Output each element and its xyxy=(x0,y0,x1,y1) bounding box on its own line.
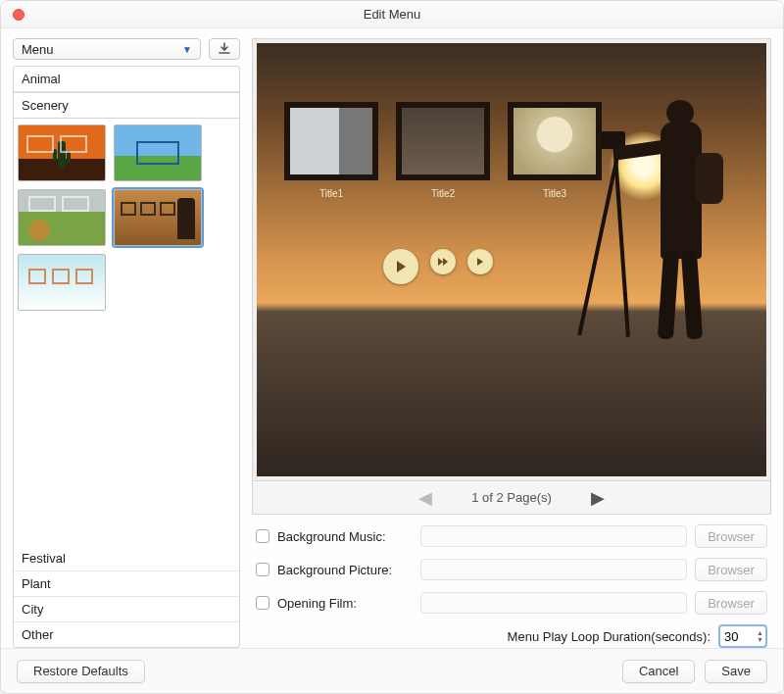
next-button[interactable] xyxy=(467,249,493,274)
main-panel: Title1 Title2 Title3 xyxy=(252,38,771,648)
bg-picture-label: Background Picture: xyxy=(277,563,413,577)
title-slot-1[interactable] xyxy=(284,102,378,180)
template-thumb[interactable] xyxy=(18,124,106,181)
fast-forward-button[interactable] xyxy=(430,249,456,274)
loop-duration-stepper[interactable]: ▲▼ xyxy=(718,624,767,648)
next-icon xyxy=(475,257,485,267)
window-title: Edit Menu xyxy=(1,7,783,22)
category-item-animal[interactable]: Animal xyxy=(14,67,239,92)
dialog-footer: Restore Defaults Cancel Save xyxy=(1,648,783,693)
download-icon xyxy=(218,42,231,56)
chevron-down-icon: ▼ xyxy=(182,44,192,55)
loop-duration-input[interactable] xyxy=(720,628,750,645)
stepper-buttons[interactable]: ▲▼ xyxy=(757,629,765,643)
combo-value: Menu xyxy=(22,42,54,57)
titlebar: Edit Menu xyxy=(1,1,783,28)
option-row-bg-picture: Background Picture: Browser xyxy=(256,558,767,581)
category-list: Animal Scenery xyxy=(13,66,240,648)
cancel-button[interactable]: Cancel xyxy=(622,660,695,683)
bg-music-input[interactable] xyxy=(420,525,687,547)
preview-container: Title1 Title2 Title3 xyxy=(252,38,771,481)
template-category-select[interactable]: Menu ▼ xyxy=(13,38,201,60)
next-page-button[interactable]: ▶ xyxy=(591,487,605,509)
prev-page-button[interactable]: ◀ xyxy=(418,487,432,509)
template-thumb[interactable] xyxy=(18,189,106,246)
category-item-city[interactable]: City xyxy=(14,597,239,622)
loop-duration-label: Menu Play Loop Duration(seconds): xyxy=(508,629,710,644)
title-slot-3[interactable] xyxy=(508,102,602,180)
save-button[interactable]: Save xyxy=(705,660,767,683)
loop-duration-row: Menu Play Loop Duration(seconds): ▲▼ xyxy=(256,624,767,648)
bg-picture-browse-button[interactable]: Browser xyxy=(695,558,767,581)
preview-playback-controls xyxy=(257,249,619,284)
template-thumb[interactable] xyxy=(114,124,202,181)
bg-music-checkbox[interactable] xyxy=(256,529,270,543)
category-item-other[interactable]: Other xyxy=(14,622,239,647)
template-thumbnails xyxy=(14,119,239,546)
sidebar: Menu ▼ Animal Scenery xyxy=(13,38,240,648)
play-button[interactable] xyxy=(383,249,418,284)
bg-music-label: Background Music: xyxy=(277,529,413,544)
category-item-scenery[interactable]: Scenery xyxy=(14,92,239,119)
title-label-3: Title3 xyxy=(508,188,602,199)
opening-film-checkbox[interactable] xyxy=(256,596,270,610)
bg-picture-input[interactable] xyxy=(420,559,687,580)
title-label-2: Title2 xyxy=(396,188,490,199)
template-thumb[interactable] xyxy=(18,254,106,311)
play-icon xyxy=(393,259,409,274)
restore-defaults-button[interactable]: Restore Defaults xyxy=(17,660,145,683)
opening-film-input[interactable] xyxy=(420,592,687,614)
category-item-plant[interactable]: Plant xyxy=(14,571,239,597)
preview-title-frames: Title1 Title2 Title3 xyxy=(284,102,602,180)
photographer-silhouette xyxy=(631,82,739,347)
title-label-1: Title1 xyxy=(284,188,378,199)
option-row-bg-music: Background Music: Browser xyxy=(256,524,767,548)
menu-preview: Title1 Title2 Title3 xyxy=(257,43,766,476)
fast-forward-icon xyxy=(437,256,449,268)
page-navigator: ◀ 1 of 2 Page(s) ▶ xyxy=(252,481,771,515)
bg-picture-checkbox[interactable] xyxy=(256,563,270,576)
download-templates-button[interactable] xyxy=(209,38,240,60)
sidebar-top-controls: Menu ▼ xyxy=(13,38,240,60)
page-indicator: 1 of 2 Page(s) xyxy=(471,490,552,505)
category-item-festival[interactable]: Festival xyxy=(14,546,239,571)
opening-film-label: Opening Film: xyxy=(277,596,413,611)
template-thumb-selected[interactable] xyxy=(114,189,202,246)
option-row-opening-film: Opening Film: Browser xyxy=(256,591,767,615)
bg-music-browse-button[interactable]: Browser xyxy=(695,524,767,548)
edit-menu-window: Edit Menu Menu ▼ Animal Scenery xyxy=(0,0,784,694)
menu-options: Background Music: Browser Background Pic… xyxy=(252,515,771,648)
title-slot-2[interactable] xyxy=(396,102,490,180)
opening-film-browse-button[interactable]: Browser xyxy=(695,591,767,615)
body: Menu ▼ Animal Scenery xyxy=(1,28,783,648)
